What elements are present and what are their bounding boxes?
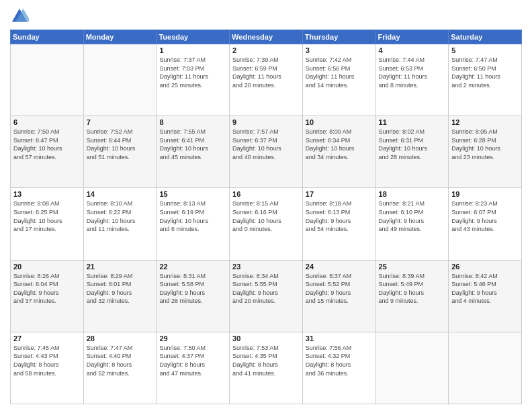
day-detail: Sunrise: 8:23 AM Sunset: 6:07 PM Dayligh… <box>451 199 519 233</box>
calendar-cell <box>375 332 449 404</box>
calendar-cell: 3Sunrise: 7:42 AM Sunset: 6:56 PM Daylig… <box>302 44 375 116</box>
day-number: 13 <box>13 190 81 198</box>
day-detail: Sunrise: 8:37 AM Sunset: 5:52 PM Dayligh… <box>306 272 373 306</box>
calendar-cell: 20Sunrise: 8:26 AM Sunset: 6:04 PM Dayli… <box>11 260 84 332</box>
calendar-cell: 16Sunrise: 8:15 AM Sunset: 6:16 PM Dayli… <box>230 188 303 260</box>
day-number: 18 <box>379 190 446 198</box>
day-number: 27 <box>13 334 81 342</box>
day-detail: Sunrise: 7:50 AM Sunset: 6:47 PM Dayligh… <box>13 128 81 161</box>
weekday-header-friday: Friday <box>375 30 449 44</box>
day-number: 23 <box>232 263 300 271</box>
day-detail: Sunrise: 7:44 AM Sunset: 6:53 PM Dayligh… <box>379 56 446 89</box>
day-number: 15 <box>159 190 226 198</box>
day-detail: Sunrise: 7:53 AM Sunset: 4:35 PM Dayligh… <box>232 344 300 377</box>
day-detail: Sunrise: 7:42 AM Sunset: 6:56 PM Dayligh… <box>306 56 373 89</box>
week-row-1: 6Sunrise: 7:50 AM Sunset: 6:47 PM Daylig… <box>11 116 522 188</box>
day-detail: Sunrise: 8:21 AM Sunset: 6:10 PM Dayligh… <box>379 199 446 233</box>
day-number: 11 <box>379 118 446 126</box>
day-detail: Sunrise: 7:52 AM Sunset: 6:44 PM Dayligh… <box>87 128 154 161</box>
day-detail: Sunrise: 7:50 AM Sunset: 4:37 PM Dayligh… <box>159 344 226 377</box>
day-detail: Sunrise: 7:37 AM Sunset: 7:03 PM Dayligh… <box>159 56 226 89</box>
day-number: 25 <box>379 263 446 271</box>
calendar-cell: 30Sunrise: 7:53 AM Sunset: 4:35 PM Dayli… <box>230 332 303 404</box>
day-number: 14 <box>87 190 154 198</box>
calendar-cell: 25Sunrise: 8:39 AM Sunset: 5:49 PM Dayli… <box>375 260 449 332</box>
day-number: 26 <box>451 263 519 271</box>
day-detail: Sunrise: 8:31 AM Sunset: 5:58 PM Dayligh… <box>159 272 226 306</box>
day-detail: Sunrise: 7:45 AM Sunset: 4:43 PM Dayligh… <box>13 344 81 377</box>
day-detail: Sunrise: 8:08 AM Sunset: 6:25 PM Dayligh… <box>13 199 81 233</box>
calendar-cell: 8Sunrise: 7:55 AM Sunset: 6:41 PM Daylig… <box>157 116 230 188</box>
week-row-3: 20Sunrise: 8:26 AM Sunset: 6:04 PM Dayli… <box>11 260 522 332</box>
logo <box>10 7 32 26</box>
weekday-header-monday: Monday <box>83 30 157 44</box>
day-detail: Sunrise: 7:47 AM Sunset: 6:50 PM Dayligh… <box>451 56 519 89</box>
day-detail: Sunrise: 8:34 AM Sunset: 5:55 PM Dayligh… <box>232 272 300 306</box>
calendar-cell: 27Sunrise: 7:45 AM Sunset: 4:43 PM Dayli… <box>11 332 84 404</box>
weekday-header-tuesday: Tuesday <box>157 30 230 44</box>
calendar-cell: 9Sunrise: 7:57 AM Sunset: 6:37 PM Daylig… <box>230 116 303 188</box>
day-number: 24 <box>306 263 373 271</box>
day-detail: Sunrise: 7:56 AM Sunset: 4:32 PM Dayligh… <box>306 344 373 377</box>
day-number: 22 <box>159 263 226 271</box>
day-number: 1 <box>159 46 226 54</box>
day-detail: Sunrise: 7:57 AM Sunset: 6:37 PM Dayligh… <box>232 128 300 161</box>
day-number: 29 <box>159 334 226 342</box>
weekday-header-thursday: Thursday <box>302 30 375 44</box>
day-detail: Sunrise: 8:26 AM Sunset: 6:04 PM Dayligh… <box>13 272 81 306</box>
day-detail: Sunrise: 8:02 AM Sunset: 6:31 PM Dayligh… <box>379 128 446 161</box>
calendar-cell: 26Sunrise: 8:42 AM Sunset: 5:46 PM Dayli… <box>449 260 522 332</box>
day-number: 19 <box>451 190 519 198</box>
calendar-cell: 11Sunrise: 8:02 AM Sunset: 6:31 PM Dayli… <box>375 116 449 188</box>
week-row-4: 27Sunrise: 7:45 AM Sunset: 4:43 PM Dayli… <box>11 332 522 404</box>
day-number: 12 <box>451 118 519 126</box>
calendar-cell: 17Sunrise: 8:18 AM Sunset: 6:13 PM Dayli… <box>302 188 375 260</box>
day-number: 10 <box>306 118 373 126</box>
day-number: 7 <box>87 118 154 126</box>
calendar-cell <box>11 44 84 116</box>
day-number: 5 <box>451 46 519 54</box>
day-number: 31 <box>306 334 373 342</box>
calendar-cell: 6Sunrise: 7:50 AM Sunset: 6:47 PM Daylig… <box>11 116 84 188</box>
day-detail: Sunrise: 8:18 AM Sunset: 6:13 PM Dayligh… <box>306 199 373 233</box>
day-detail: Sunrise: 8:05 AM Sunset: 6:28 PM Dayligh… <box>451 128 519 161</box>
day-detail: Sunrise: 7:55 AM Sunset: 6:41 PM Dayligh… <box>159 128 226 161</box>
calendar-cell <box>83 44 157 116</box>
day-detail: Sunrise: 8:39 AM Sunset: 5:49 PM Dayligh… <box>379 272 446 306</box>
calendar-cell: 7Sunrise: 7:52 AM Sunset: 6:44 PM Daylig… <box>83 116 157 188</box>
calendar-cell: 29Sunrise: 7:50 AM Sunset: 4:37 PM Dayli… <box>157 332 230 404</box>
day-detail: Sunrise: 8:29 AM Sunset: 6:01 PM Dayligh… <box>87 272 154 306</box>
day-number: 2 <box>232 46 300 54</box>
calendar-cell: 18Sunrise: 8:21 AM Sunset: 6:10 PM Dayli… <box>375 188 449 260</box>
day-detail: Sunrise: 8:42 AM Sunset: 5:46 PM Dayligh… <box>451 272 519 306</box>
weekday-header-sunday: Sunday <box>11 30 84 44</box>
day-detail: Sunrise: 8:00 AM Sunset: 6:34 PM Dayligh… <box>306 128 373 161</box>
calendar-cell: 28Sunrise: 7:47 AM Sunset: 4:40 PM Dayli… <box>83 332 157 404</box>
calendar-cell: 1Sunrise: 7:37 AM Sunset: 7:03 PM Daylig… <box>157 44 230 116</box>
day-number: 8 <box>159 118 226 126</box>
day-number: 21 <box>87 263 154 271</box>
calendar-cell: 23Sunrise: 8:34 AM Sunset: 5:55 PM Dayli… <box>230 260 303 332</box>
day-detail: Sunrise: 8:15 AM Sunset: 6:16 PM Dayligh… <box>232 199 300 233</box>
day-number: 20 <box>13 263 81 271</box>
weekday-header-saturday: Saturday <box>449 30 522 44</box>
day-number: 9 <box>232 118 300 126</box>
weekday-header-row: SundayMondayTuesdayWednesdayThursdayFrid… <box>11 30 522 44</box>
day-number: 30 <box>232 334 300 342</box>
calendar-cell: 13Sunrise: 8:08 AM Sunset: 6:25 PM Dayli… <box>11 188 84 260</box>
page: SundayMondayTuesdayWednesdayThursdayFrid… <box>0 0 532 411</box>
day-number: 6 <box>13 118 81 126</box>
week-row-2: 13Sunrise: 8:08 AM Sunset: 6:25 PM Dayli… <box>11 188 522 260</box>
day-detail: Sunrise: 8:10 AM Sunset: 6:22 PM Dayligh… <box>87 199 154 233</box>
day-detail: Sunrise: 7:39 AM Sunset: 6:59 PM Dayligh… <box>232 56 300 89</box>
calendar-cell: 15Sunrise: 8:13 AM Sunset: 6:19 PM Dayli… <box>157 188 230 260</box>
calendar-cell <box>449 332 522 404</box>
calendar-cell: 24Sunrise: 8:37 AM Sunset: 5:52 PM Dayli… <box>302 260 375 332</box>
calendar-cell: 4Sunrise: 7:44 AM Sunset: 6:53 PM Daylig… <box>375 44 449 116</box>
calendar-cell: 14Sunrise: 8:10 AM Sunset: 6:22 PM Dayli… <box>83 188 157 260</box>
day-detail: Sunrise: 7:47 AM Sunset: 4:40 PM Dayligh… <box>87 344 154 377</box>
day-detail: Sunrise: 8:13 AM Sunset: 6:19 PM Dayligh… <box>159 199 226 233</box>
header <box>10 7 522 26</box>
day-number: 17 <box>306 190 373 198</box>
weekday-header-wednesday: Wednesday <box>230 30 303 44</box>
